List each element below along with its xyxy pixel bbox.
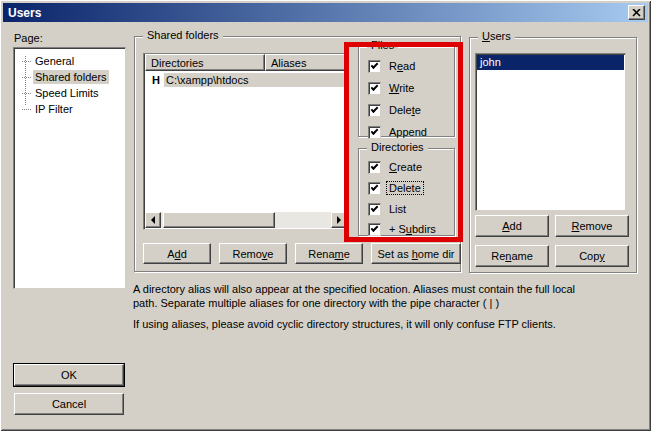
checkmark-icon — [371, 183, 379, 191]
scroll-right-icon — [337, 216, 345, 224]
scrollbar-thumb[interactable] — [163, 212, 275, 228]
help-text-line-3: If using aliases, please avoid cyclic di… — [133, 318, 556, 330]
tree-item-shared-folders[interactable]: Shared folders — [22, 69, 109, 85]
help-text-line-2: path. Separate multiple aliases for one … — [133, 297, 499, 309]
titlebar[interactable]: Users — [3, 3, 648, 22]
page-label: Page: — [14, 32, 43, 44]
checkmark-icon — [371, 224, 379, 232]
set-as-home-dir-button[interactable]: Set as home dir — [371, 243, 461, 264]
ok-button[interactable]: OK — [14, 364, 124, 386]
directories-list: Directories Aliases H C:\xampp\htdocs — [143, 53, 347, 230]
tree-stub-icon — [22, 93, 31, 94]
page-tree: General Shared folders Speed Limits IP F… — [13, 47, 126, 289]
checkbox-box — [368, 182, 381, 195]
checkbox-dirs-create[interactable]: Create — [368, 160, 424, 174]
users-group-label: Users — [478, 30, 515, 42]
directory-path: C:\xampp\htdocs — [164, 73, 347, 87]
files-group-label: Files — [367, 39, 398, 51]
checkmark-icon — [371, 127, 379, 135]
checkmark-icon — [371, 204, 379, 212]
checkbox-dirs-list[interactable]: List — [368, 202, 408, 216]
tree-item-ip-filter[interactable]: IP Filter — [22, 101, 75, 117]
folder-add-button[interactable]: Add — [143, 243, 211, 264]
tree-stub-icon — [22, 61, 31, 62]
scroll-right-button[interactable] — [331, 212, 347, 228]
column-header-directories[interactable]: Directories — [145, 54, 265, 71]
users-list: john — [475, 53, 626, 211]
checkbox-box — [368, 104, 381, 117]
user-list-item[interactable]: john — [477, 55, 624, 70]
folder-remove-button[interactable]: Remove — [219, 243, 287, 264]
checkbox-box — [368, 126, 381, 139]
checkbox-files-write[interactable]: Write — [368, 81, 416, 95]
shared-folders-group-label: Shared folders — [143, 29, 223, 41]
home-dir-marker: H — [145, 74, 164, 86]
checkmark-icon — [371, 162, 379, 170]
checkmark-icon — [371, 61, 379, 69]
help-text-line-1: A directory alias will also appear at th… — [133, 283, 575, 295]
checkmark-icon — [371, 105, 379, 113]
users-dialog: Users Page: General Shared folders Speed… — [0, 0, 651, 431]
user-rename-button[interactable]: Rename — [475, 245, 549, 267]
checkbox-dirs-delete[interactable]: Delete — [368, 181, 423, 195]
user-remove-button[interactable]: Remove — [555, 215, 629, 237]
folder-rename-button[interactable]: Rename — [295, 243, 363, 264]
user-copy-button[interactable]: Copy — [555, 245, 629, 267]
directories-group-label: Directories — [367, 141, 428, 153]
tree-stub-icon — [22, 109, 31, 110]
checkmark-icon — [371, 83, 379, 91]
checkbox-box — [368, 82, 381, 95]
tree-item-speed-limits[interactable]: Speed Limits — [22, 85, 101, 101]
close-button[interactable] — [628, 5, 645, 20]
checkbox-box — [368, 223, 381, 236]
h-scrollbar[interactable] — [145, 212, 347, 228]
checkbox-files-read[interactable]: Read — [368, 59, 417, 73]
scroll-left-icon — [147, 216, 155, 224]
checkbox-files-append[interactable]: Append — [368, 125, 429, 139]
window-title: Users — [3, 6, 41, 20]
directory-row[interactable]: H C:\xampp\htdocs — [145, 72, 347, 88]
column-header-aliases[interactable]: Aliases — [265, 54, 346, 71]
checkbox-box — [368, 203, 381, 216]
checkbox-files-delete[interactable]: Delete — [368, 103, 423, 117]
scroll-left-button[interactable] — [145, 212, 161, 228]
checkbox-box — [368, 60, 381, 73]
tree-stub-icon — [22, 77, 31, 78]
cancel-button[interactable]: Cancel — [14, 393, 124, 415]
user-add-button[interactable]: Add — [475, 215, 549, 237]
checkbox-box — [368, 161, 381, 174]
tree-item-general[interactable]: General — [22, 53, 76, 69]
checkbox-dirs-subdirs[interactable]: + Subdirs — [368, 222, 438, 236]
close-icon — [632, 9, 641, 17]
